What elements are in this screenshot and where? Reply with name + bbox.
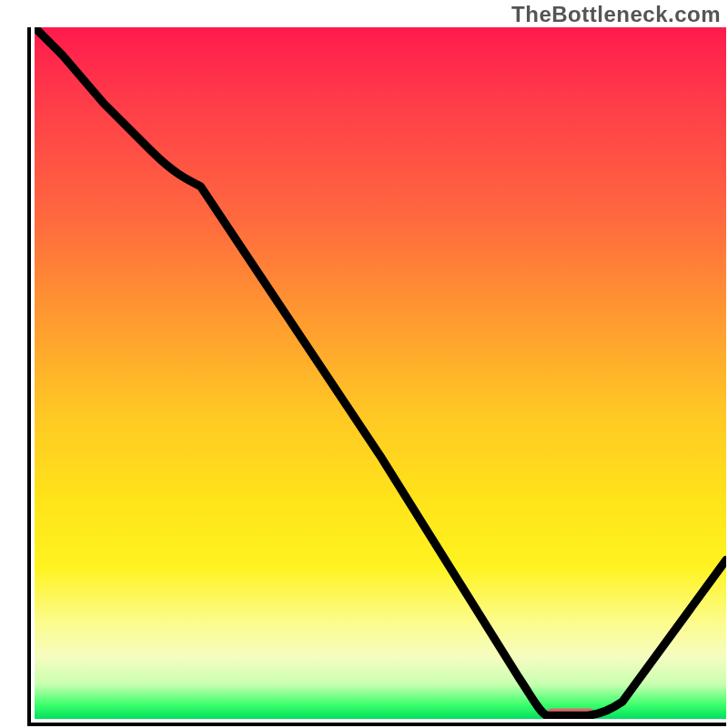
chart-frame: TheBottleneck.com [0,0,728,728]
watermark-text: TheBottleneck.com [511,2,721,27]
chart-svg [35,27,726,719]
bottleneck-curve [35,27,726,715]
plot-area [27,27,726,726]
